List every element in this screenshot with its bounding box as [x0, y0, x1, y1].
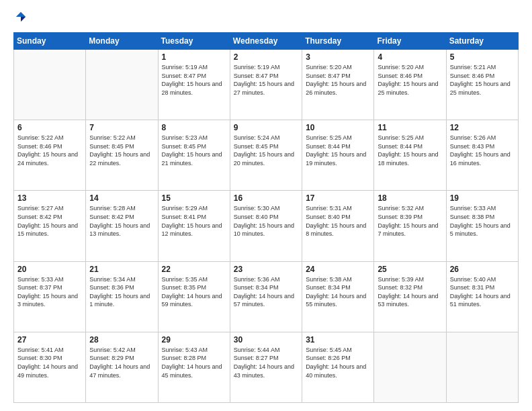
- calendar-cell: 23Sunrise: 5:36 AM Sunset: 8:34 PM Dayli…: [230, 261, 302, 332]
- calendar-cell: 2Sunrise: 5:19 AM Sunset: 8:47 PM Daylig…: [230, 50, 302, 120]
- calendar-week-row: 20Sunrise: 5:33 AM Sunset: 8:37 PM Dayli…: [14, 261, 519, 332]
- day-info: Sunrise: 5:45 AM Sunset: 8:26 PM Dayligh…: [306, 346, 370, 379]
- calendar-cell: 30Sunrise: 5:44 AM Sunset: 8:27 PM Dayli…: [230, 332, 302, 402]
- day-info: Sunrise: 5:20 AM Sunset: 8:46 PM Dayligh…: [378, 63, 442, 97]
- svg-marker-1: [21, 17, 26, 21]
- day-header-sunday: Sunday: [14, 33, 86, 50]
- day-info: Sunrise: 5:44 AM Sunset: 8:27 PM Dayligh…: [234, 346, 298, 379]
- calendar-cell: [86, 50, 158, 120]
- day-info: Sunrise: 5:25 AM Sunset: 8:44 PM Dayligh…: [378, 134, 442, 167]
- day-info: Sunrise: 5:36 AM Sunset: 8:34 PM Dayligh…: [234, 275, 298, 309]
- day-number: 14: [89, 193, 154, 203]
- day-number: 30: [234, 335, 298, 345]
- day-info: Sunrise: 5:40 AM Sunset: 8:31 PM Dayligh…: [450, 275, 515, 309]
- day-info: Sunrise: 5:38 AM Sunset: 8:34 PM Dayligh…: [306, 275, 370, 309]
- day-number: 22: [162, 265, 226, 274]
- calendar-header-row: SundayMondayTuesdayWednesdayThursdayFrid…: [14, 33, 519, 50]
- day-header-friday: Friday: [374, 33, 446, 50]
- day-info: Sunrise: 5:28 AM Sunset: 8:42 PM Dayligh…: [89, 204, 154, 238]
- day-number: 28: [89, 335, 154, 345]
- calendar-cell: 20Sunrise: 5:33 AM Sunset: 8:37 PM Dayli…: [14, 261, 86, 332]
- day-number: 21: [89, 265, 154, 274]
- day-number: 19: [450, 193, 515, 203]
- calendar-cell: 8Sunrise: 5:23 AM Sunset: 8:45 PM Daylig…: [158, 120, 230, 191]
- day-number: 16: [234, 193, 298, 203]
- header: [13, 11, 519, 26]
- day-info: Sunrise: 5:43 AM Sunset: 8:28 PM Dayligh…: [162, 346, 226, 379]
- calendar-cell: 26Sunrise: 5:40 AM Sunset: 8:31 PM Dayli…: [446, 261, 518, 332]
- day-info: Sunrise: 5:33 AM Sunset: 8:38 PM Dayligh…: [450, 204, 515, 238]
- day-info: Sunrise: 5:41 AM Sunset: 8:30 PM Dayligh…: [17, 346, 82, 379]
- day-info: Sunrise: 5:25 AM Sunset: 8:44 PM Dayligh…: [306, 134, 370, 167]
- day-number: 12: [450, 123, 515, 132]
- calendar-cell: 5Sunrise: 5:21 AM Sunset: 8:46 PM Daylig…: [446, 50, 518, 120]
- calendar-cell: 14Sunrise: 5:28 AM Sunset: 8:42 PM Dayli…: [86, 191, 158, 261]
- calendar-cell: 25Sunrise: 5:39 AM Sunset: 8:32 PM Dayli…: [374, 261, 446, 332]
- calendar-cell: 13Sunrise: 5:27 AM Sunset: 8:42 PM Dayli…: [14, 191, 86, 261]
- day-info: Sunrise: 5:22 AM Sunset: 8:45 PM Dayligh…: [89, 134, 154, 167]
- day-number: 6: [17, 123, 82, 132]
- logo-icon: [15, 11, 27, 23]
- calendar-cell: 27Sunrise: 5:41 AM Sunset: 8:30 PM Dayli…: [14, 332, 86, 402]
- day-number: 23: [234, 265, 298, 274]
- calendar-week-row: 27Sunrise: 5:41 AM Sunset: 8:30 PM Dayli…: [14, 332, 519, 402]
- day-number: 20: [17, 265, 82, 274]
- day-header-saturday: Saturday: [446, 33, 518, 50]
- calendar-cell: 3Sunrise: 5:20 AM Sunset: 8:47 PM Daylig…: [302, 50, 374, 120]
- day-number: 25: [378, 265, 442, 274]
- day-info: Sunrise: 5:35 AM Sunset: 8:35 PM Dayligh…: [162, 275, 226, 309]
- calendar-table: SundayMondayTuesdayWednesdayThursdayFrid…: [13, 32, 519, 403]
- day-number: 9: [234, 123, 298, 132]
- day-number: 29: [162, 335, 226, 345]
- day-info: Sunrise: 5:29 AM Sunset: 8:41 PM Dayligh…: [162, 204, 226, 238]
- day-number: 13: [17, 193, 82, 203]
- day-info: Sunrise: 5:22 AM Sunset: 8:46 PM Dayligh…: [17, 134, 82, 167]
- calendar-cell: 21Sunrise: 5:34 AM Sunset: 8:36 PM Dayli…: [86, 261, 158, 332]
- calendar-cell: 7Sunrise: 5:22 AM Sunset: 8:45 PM Daylig…: [86, 120, 158, 191]
- day-info: Sunrise: 5:33 AM Sunset: 8:37 PM Dayligh…: [17, 275, 82, 309]
- calendar-cell: 17Sunrise: 5:31 AM Sunset: 8:40 PM Dayli…: [302, 191, 374, 261]
- calendar-cell: [14, 50, 86, 120]
- day-info: Sunrise: 5:24 AM Sunset: 8:45 PM Dayligh…: [234, 134, 298, 167]
- calendar-cell: [446, 332, 518, 402]
- calendar-week-row: 1Sunrise: 5:19 AM Sunset: 8:47 PM Daylig…: [14, 50, 519, 120]
- day-number: 11: [378, 123, 442, 132]
- logo: [13, 11, 28, 26]
- day-number: 17: [306, 193, 370, 203]
- day-info: Sunrise: 5:32 AM Sunset: 8:39 PM Dayligh…: [378, 204, 442, 238]
- calendar-week-row: 13Sunrise: 5:27 AM Sunset: 8:42 PM Dayli…: [14, 191, 519, 261]
- calendar-cell: 12Sunrise: 5:26 AM Sunset: 8:43 PM Dayli…: [446, 120, 518, 191]
- day-number: 3: [306, 52, 370, 62]
- day-number: 8: [162, 123, 226, 132]
- day-number: 7: [89, 123, 154, 132]
- day-info: Sunrise: 5:34 AM Sunset: 8:36 PM Dayligh…: [89, 275, 154, 309]
- calendar-cell: 31Sunrise: 5:45 AM Sunset: 8:26 PM Dayli…: [302, 332, 374, 402]
- day-number: 2: [234, 52, 298, 62]
- day-number: 4: [378, 52, 442, 62]
- calendar-cell: 1Sunrise: 5:19 AM Sunset: 8:47 PM Daylig…: [158, 50, 230, 120]
- day-number: 5: [450, 52, 515, 62]
- day-info: Sunrise: 5:26 AM Sunset: 8:43 PM Dayligh…: [450, 134, 515, 167]
- day-number: 31: [306, 335, 370, 345]
- day-info: Sunrise: 5:42 AM Sunset: 8:29 PM Dayligh…: [89, 346, 154, 379]
- day-info: Sunrise: 5:23 AM Sunset: 8:45 PM Dayligh…: [162, 134, 226, 167]
- svg-marker-0: [16, 12, 26, 17]
- calendar-cell: 15Sunrise: 5:29 AM Sunset: 8:41 PM Dayli…: [158, 191, 230, 261]
- day-header-tuesday: Tuesday: [158, 33, 230, 50]
- day-header-wednesday: Wednesday: [230, 33, 302, 50]
- calendar-cell: 11Sunrise: 5:25 AM Sunset: 8:44 PM Dayli…: [374, 120, 446, 191]
- calendar-cell: 19Sunrise: 5:33 AM Sunset: 8:38 PM Dayli…: [446, 191, 518, 261]
- day-info: Sunrise: 5:20 AM Sunset: 8:47 PM Dayligh…: [306, 63, 370, 97]
- day-header-thursday: Thursday: [302, 33, 374, 50]
- calendar-cell: 9Sunrise: 5:24 AM Sunset: 8:45 PM Daylig…: [230, 120, 302, 191]
- day-number: 15: [162, 193, 226, 203]
- day-info: Sunrise: 5:27 AM Sunset: 8:42 PM Dayligh…: [17, 204, 82, 238]
- calendar-cell: 22Sunrise: 5:35 AM Sunset: 8:35 PM Dayli…: [158, 261, 230, 332]
- day-info: Sunrise: 5:30 AM Sunset: 8:40 PM Dayligh…: [234, 204, 298, 238]
- day-number: 27: [17, 335, 82, 345]
- day-number: 1: [162, 52, 226, 62]
- calendar-cell: 6Sunrise: 5:22 AM Sunset: 8:46 PM Daylig…: [14, 120, 86, 191]
- day-info: Sunrise: 5:31 AM Sunset: 8:40 PM Dayligh…: [306, 204, 370, 238]
- day-number: 24: [306, 265, 370, 274]
- day-info: Sunrise: 5:19 AM Sunset: 8:47 PM Dayligh…: [234, 63, 298, 97]
